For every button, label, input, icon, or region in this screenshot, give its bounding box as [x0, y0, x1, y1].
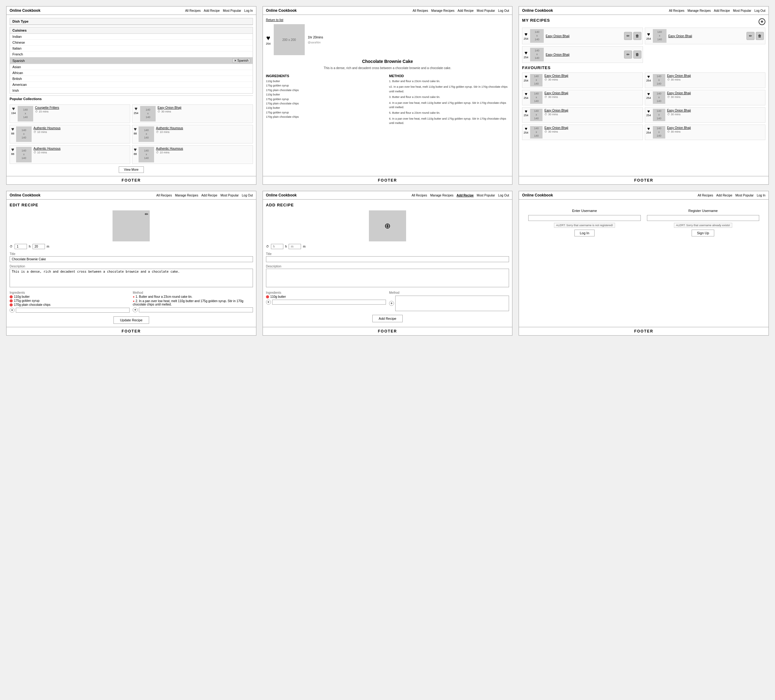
filter-spanish[interactable]: Spanish ✕ Spanish	[10, 57, 253, 64]
nav-manage-recipes-ar[interactable]: Manage Recipes	[430, 194, 454, 197]
fav-title-4[interactable]: Easy Onion Bhaji	[544, 109, 641, 112]
fav-title-1[interactable]: Easy Onion Bhaji	[667, 74, 764, 78]
heart-4[interactable]: ♥	[11, 147, 14, 153]
delete-icon-2[interactable]: 🗑	[633, 50, 641, 58]
add-new-ingredient-input[interactable]	[272, 300, 386, 305]
delete-icon-1[interactable]: 🗑	[756, 32, 764, 40]
fav-heart-7[interactable]: ♥	[647, 126, 650, 131]
nav-all-recipes-ar[interactable]: All Recipes	[412, 194, 427, 197]
nav-add-recipe-ar[interactable]: Add Recipe	[457, 194, 474, 197]
filter-italian[interactable]: Italian	[10, 46, 253, 51]
add-recipe-submit-button[interactable]: Add Recipe	[372, 315, 403, 322]
add-ingredient-btn[interactable]: +	[10, 308, 15, 313]
nav-logout-d[interactable]: Log Out	[498, 9, 509, 12]
filter-british[interactable]: British	[10, 76, 253, 82]
nav-login-auth[interactable]: Log In	[757, 194, 765, 197]
my-heart-2[interactable]: ♥	[524, 50, 527, 56]
heart-5[interactable]: ♥	[134, 147, 137, 153]
nav-most-popular[interactable]: Most Popular	[223, 9, 241, 12]
nav-login[interactable]: Log In	[244, 9, 253, 12]
return-link[interactable]: Return to list	[266, 18, 283, 22]
my-heart-0[interactable]: ♥	[524, 32, 527, 37]
heart-0[interactable]: ♥	[12, 106, 15, 111]
add-time-hours-input[interactable]	[271, 244, 283, 249]
fav-heart-0[interactable]: ♥	[525, 74, 527, 79]
add-ing-remove-0[interactable]	[266, 295, 269, 299]
title-input[interactable]	[10, 256, 253, 262]
nav-logout-mr[interactable]: Log Out	[754, 9, 765, 12]
add-time-mins-input[interactable]	[289, 244, 301, 249]
nav-all-recipes-auth[interactable]: All Recipes	[698, 194, 713, 197]
fav-title-6[interactable]: Easy Onion Bhaji	[544, 126, 641, 129]
fav-heart-2[interactable]: ♥	[525, 91, 527, 96]
nav-all-recipes[interactable]: All Recipes	[185, 9, 201, 12]
nav-all-recipes-mr[interactable]: All Recipes	[669, 9, 685, 12]
add-recipe-circle-btn[interactable]: +	[758, 18, 765, 25]
add-recipe-image-area[interactable]: ⊕	[369, 211, 406, 241]
nav-add-recipe-er[interactable]: Add Recipe	[201, 194, 217, 197]
fav-heart-6[interactable]: ♥	[525, 126, 527, 131]
nav-most-popular-ar[interactable]: Most Popular	[477, 194, 495, 197]
delete-icon-0[interactable]: 🗑	[633, 32, 641, 40]
nav-logout-er[interactable]: Log Out	[242, 194, 253, 197]
filter-chinese[interactable]: Chinese	[10, 40, 253, 46]
nav-manage-recipes-mr[interactable]: Manage Recipes	[688, 9, 711, 12]
fav-title-0[interactable]: Easy Onion Bhaji	[544, 74, 641, 78]
time-mins-input[interactable]	[33, 244, 45, 249]
fav-heart-3[interactable]: ♥	[647, 91, 650, 96]
edit-icon-1[interactable]: ✏	[747, 32, 755, 40]
view-more-button[interactable]: View More	[119, 166, 144, 173]
add-desc-textarea[interactable]	[266, 269, 509, 287]
fav-title-5[interactable]: Easy Onion Bhaji	[667, 109, 764, 112]
my-recipe-title-1[interactable]: Easy Onion Bhaji	[669, 35, 745, 38]
my-recipe-title-0[interactable]: Easy Onion Bhaji	[545, 35, 622, 38]
nav-add-recipe-d[interactable]: Add Recipe	[457, 9, 474, 12]
nav-most-popular-auth[interactable]: Most Popular	[735, 194, 753, 197]
add-title-input[interactable]	[266, 256, 509, 262]
fav-title-3[interactable]: Easy Onion Bhaji	[667, 91, 764, 95]
fav-title-2[interactable]: Easy Onion Bhaji	[544, 91, 641, 95]
ing-remove-1[interactable]	[10, 299, 13, 302]
nav-most-popular-mr[interactable]: Most Popular	[733, 9, 751, 12]
recipe-title-3[interactable]: Authentic Houmous	[156, 126, 251, 130]
filter-irish[interactable]: Irish	[10, 88, 253, 93]
heart-3[interactable]: ♥	[134, 126, 137, 132]
add-new-ingredient-btn[interactable]: +	[266, 300, 271, 305]
recipe-title-1[interactable]: Easy Onion Bhaji	[158, 106, 251, 109]
edit-icon-2[interactable]: ✏	[624, 50, 632, 58]
recipe-title-5[interactable]: Authentic Houmous	[156, 147, 251, 150]
nav-manage-recipes-er[interactable]: Manage Recipes	[175, 194, 198, 197]
detail-heart[interactable]: ♥	[266, 34, 270, 42]
nav-all-recipes-d[interactable]: All Recipes	[412, 9, 428, 12]
add-method-btn[interactable]: +	[133, 307, 138, 312]
fav-heart-5[interactable]: ♥	[647, 109, 650, 114]
nav-manage-recipes-d[interactable]: Manage Recipes	[431, 9, 454, 12]
nav-add-recipe[interactable]: Add Recipe	[204, 9, 220, 12]
nav-most-popular-d[interactable]: Most Popular	[477, 9, 495, 12]
heart-2[interactable]: ♥	[11, 126, 14, 132]
ing-remove-2[interactable]	[10, 304, 13, 307]
nav-most-popular-er[interactable]: Most Popular	[220, 194, 239, 197]
fav-heart-1[interactable]: ♥	[647, 74, 650, 79]
add-ingredient-input[interactable]	[16, 308, 130, 313]
update-recipe-button[interactable]: Update Recipe	[113, 316, 149, 324]
recipe-title-4[interactable]: Authentic Houmous	[33, 147, 129, 150]
filter-asian[interactable]: Asian	[10, 64, 253, 70]
edit-pencil-icon[interactable]: ✏	[145, 212, 148, 217]
nav-add-recipe-auth[interactable]: Add Recipe	[717, 194, 733, 197]
my-heart-1[interactable]: ♥	[647, 32, 650, 37]
edit-icon-0[interactable]: ✏	[624, 32, 632, 40]
recipe-title-2[interactable]: Authentic Houmous	[33, 126, 129, 130]
my-recipe-title-2[interactable]: Easy Onion Bhaji	[545, 53, 622, 56]
signup-button[interactable]: Sign Up	[692, 230, 714, 236]
fav-title-7[interactable]: Easy Onion Bhaji	[667, 126, 764, 129]
time-hours-input[interactable]	[15, 244, 27, 249]
filter-french[interactable]: French	[10, 51, 253, 57]
add-method-input[interactable]	[139, 307, 253, 312]
heart-1[interactable]: ♥	[135, 106, 138, 111]
nav-all-recipes-er[interactable]: All Recipes	[156, 194, 172, 197]
register-username-input[interactable]	[647, 215, 759, 221]
desc-textarea[interactable]: This is a dense, rich and decadent cross…	[10, 269, 253, 287]
nav-add-recipe-mr[interactable]: Add Recipe	[714, 9, 730, 12]
add-new-method-btn[interactable]: +	[389, 301, 394, 306]
